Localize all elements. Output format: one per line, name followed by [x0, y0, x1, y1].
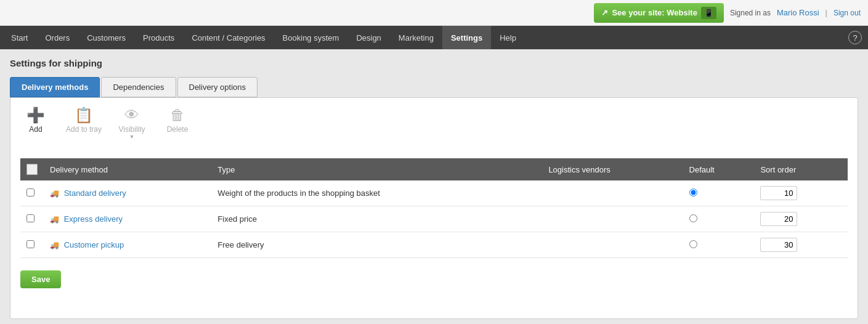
- see-site-label: See your site: Website: [612, 8, 697, 17]
- sign-out-link[interactable]: Sign out: [834, 9, 861, 17]
- truck-icon: 🚚: [50, 241, 59, 249]
- table-row: 🚚 Standard delivery Weight of the produc…: [20, 180, 848, 206]
- default-radio-express[interactable]: [689, 214, 697, 222]
- col-type: Type: [211, 158, 542, 180]
- nav-item-content[interactable]: Content / Categories: [183, 26, 274, 49]
- main-panel: ➕ Add 📋 Add to tray 👁 Visibility ▼ 🗑 Del…: [10, 97, 858, 319]
- express-delivery-link[interactable]: Express delivery: [64, 214, 123, 224]
- help-circle-icon[interactable]: ?: [848, 31, 862, 44]
- truck-icon: 🚚: [50, 215, 59, 224]
- see-site-button[interactable]: ↗ See your site: Website 📱: [594, 3, 723, 23]
- row-checkbox[interactable]: [26, 214, 34, 222]
- row-vendors-cell: [542, 206, 683, 232]
- col-default: Default: [683, 158, 755, 180]
- row-default-cell: [683, 180, 755, 206]
- signed-in-text: Signed in as: [730, 9, 771, 17]
- row-checkbox-cell: [20, 206, 44, 232]
- tab-dependencies[interactable]: Dependencies: [101, 77, 176, 97]
- visibility-toolbar-item[interactable]: 👁 Visibility ▼: [116, 108, 147, 140]
- sort-order-pickup[interactable]: 30: [760, 238, 797, 252]
- row-type-cell: Free delivery: [211, 232, 542, 258]
- visibility-label: Visibility: [118, 125, 145, 134]
- delete-toolbar-item[interactable]: 🗑 Delete: [162, 108, 193, 134]
- default-radio-standard[interactable]: [689, 188, 697, 196]
- row-method-cell: 🚚 Standard delivery: [44, 180, 211, 206]
- nav-item-help[interactable]: Help: [491, 26, 525, 49]
- table-header-row: Delivery method Type Logistics vendors D…: [20, 158, 848, 180]
- delivery-methods-table: Delivery method Type Logistics vendors D…: [20, 158, 848, 258]
- truck-icon: 🚚: [50, 189, 59, 198]
- mobile-icon: 📱: [701, 7, 716, 19]
- tray-icon: 📋: [75, 108, 93, 123]
- add-to-tray-label: Add to tray: [66, 125, 102, 134]
- select-all-checkbox[interactable]: [26, 164, 38, 175]
- user-name-link[interactable]: Mario Rossi: [777, 8, 819, 17]
- sort-order-express[interactable]: 20: [760, 212, 797, 226]
- table-row: 🚚 Customer pickup Free delivery 30: [20, 232, 848, 258]
- row-checkbox[interactable]: [26, 240, 34, 248]
- row-vendors-cell: [542, 180, 683, 206]
- separator: |: [825, 8, 827, 17]
- add-toolbar-item[interactable]: ➕ Add: [20, 108, 51, 134]
- table-row: 🚚 Express delivery Fixed price 20: [20, 206, 848, 232]
- checkbox-header-cell: [20, 158, 44, 180]
- nav-item-start[interactable]: Start: [2, 26, 36, 49]
- external-link-icon: ↗: [601, 8, 608, 17]
- row-default-cell: [683, 206, 755, 232]
- row-vendors-cell: [542, 232, 683, 258]
- row-method-cell: 🚚 Express delivery: [44, 206, 211, 232]
- nav-item-marketing[interactable]: Marketing: [390, 26, 442, 49]
- page-title: Settings for shipping: [10, 58, 858, 68]
- top-bar: ↗ See your site: Website 📱 Signed in as …: [0, 0, 868, 26]
- standard-delivery-link[interactable]: Standard delivery: [64, 188, 126, 198]
- nav-item-design[interactable]: Design: [347, 26, 389, 49]
- nav-item-products[interactable]: Products: [134, 26, 183, 49]
- sort-order-standard[interactable]: 10: [760, 186, 797, 200]
- add-label: Add: [29, 125, 42, 134]
- page-content: Settings for shipping Delivery methods D…: [0, 49, 868, 324]
- row-sort-cell: 20: [754, 206, 848, 232]
- main-nav: Start Orders Customers Products Content …: [0, 26, 868, 49]
- delete-label: Delete: [167, 125, 189, 134]
- add-circle-icon: ➕: [26, 108, 45, 123]
- nav-item-booking[interactable]: Booking system: [274, 26, 348, 49]
- tabs: Delivery methods Dependencies Delivery o…: [10, 77, 858, 97]
- tab-delivery-methods[interactable]: Delivery methods: [10, 77, 100, 97]
- row-checkbox[interactable]: [26, 188, 34, 196]
- nav-item-orders[interactable]: Orders: [36, 26, 78, 49]
- row-method-cell: 🚚 Customer pickup: [44, 232, 211, 258]
- col-sort-order: Sort order: [754, 158, 848, 180]
- tab-delivery-options[interactable]: Delivery options: [177, 77, 258, 97]
- save-section: Save: [20, 270, 848, 288]
- nav-item-settings[interactable]: Settings: [442, 26, 491, 49]
- row-type-cell: Fixed price: [211, 206, 542, 232]
- eye-icon: 👁: [124, 108, 139, 123]
- col-method: Delivery method: [44, 158, 211, 180]
- row-type-cell: Weight of the products in the shopping b…: [211, 180, 542, 206]
- trash-icon: 🗑: [170, 108, 185, 123]
- chevron-down-icon: ▼: [129, 134, 135, 140]
- default-radio-pickup[interactable]: [689, 240, 697, 248]
- row-sort-cell: 10: [754, 180, 848, 206]
- row-checkbox-cell: [20, 232, 44, 258]
- customer-pickup-link[interactable]: Customer pickup: [64, 240, 124, 249]
- row-sort-cell: 30: [754, 232, 848, 258]
- col-vendors: Logistics vendors: [542, 158, 683, 180]
- row-default-cell: [683, 232, 755, 258]
- toolbar: ➕ Add 📋 Add to tray 👁 Visibility ▼ 🗑 Del…: [20, 108, 848, 146]
- add-to-tray-toolbar-item[interactable]: 📋 Add to tray: [66, 108, 102, 134]
- save-button[interactable]: Save: [20, 270, 61, 288]
- nav-item-customers[interactable]: Customers: [78, 26, 134, 49]
- row-checkbox-cell: [20, 180, 44, 206]
